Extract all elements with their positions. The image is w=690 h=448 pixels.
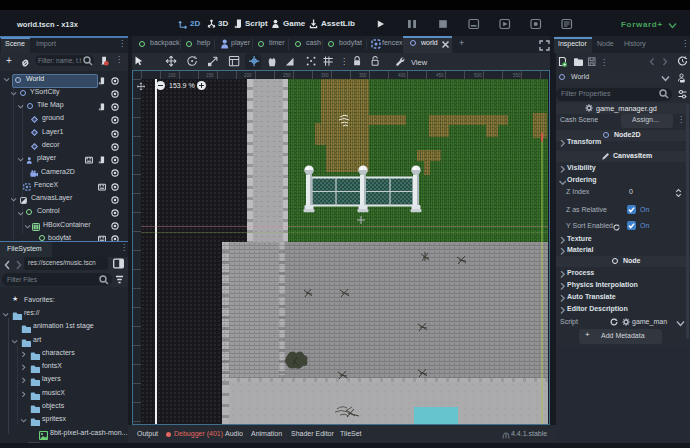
svg-text:⋮: ⋮: [600, 58, 608, 67]
svg-text:⋮: ⋮: [340, 57, 348, 66]
svg-text:View: View: [411, 58, 428, 67]
